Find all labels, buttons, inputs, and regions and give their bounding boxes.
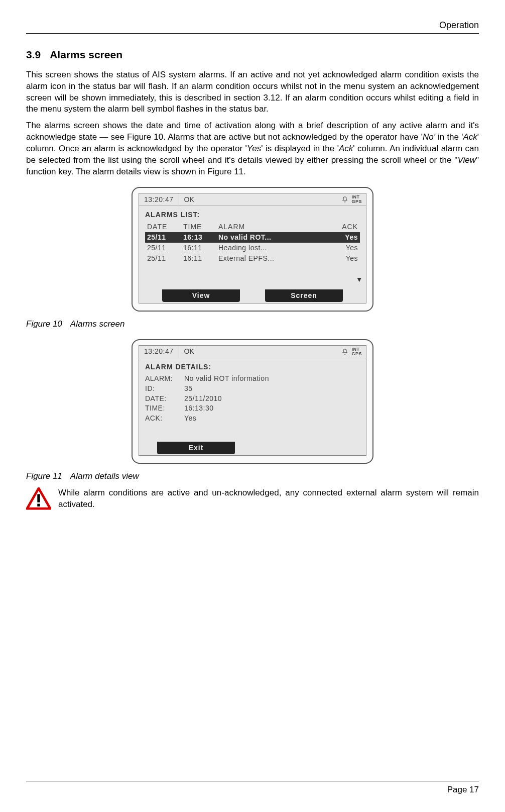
screen-body: ALARM DETAILS: ALARM: No valid ROT infor… <box>139 358 366 439</box>
label-ack: ACK: <box>145 414 184 423</box>
paragraph-1: This screen shows the status of AIS syst… <box>26 69 479 116</box>
status-right: INT GPS <box>337 195 366 204</box>
table-row[interactable]: 25/11 16:11 Heading lost... Yes <box>145 243 360 253</box>
figure-11-caption: Figure 11Alarm details view <box>26 471 479 482</box>
screen-body: ALARMS LIST: DATE TIME ALARM ACK 25/11 1… <box>139 206 366 286</box>
value-time: 16:13:30 <box>184 403 360 413</box>
table-row[interactable]: 25/11 16:13 No valid ROT... Yes <box>145 232 360 243</box>
section-heading: 3.9Alarms screen <box>26 48 479 62</box>
alarm-details-title: ALARM DETAILS: <box>145 362 360 372</box>
status-right: INT GPS <box>337 347 366 356</box>
label-time: TIME: <box>145 403 184 413</box>
int-gps-label: INT GPS <box>351 195 362 204</box>
screen-button[interactable]: Screen <box>265 289 343 302</box>
col-date: DATE <box>147 222 183 232</box>
header-rule <box>26 33 479 34</box>
softkey-bar: View Screen <box>139 289 366 303</box>
section-title: Alarms screen <box>50 49 122 60</box>
alarms-list-title: ALARMS LIST: <box>145 210 360 220</box>
exit-button[interactable]: Exit <box>157 442 235 454</box>
label-alarm: ALARM: <box>145 374 184 383</box>
footer: Page 17 <box>26 781 479 796</box>
page-number: Page 17 <box>26 784 479 796</box>
detail-grid: ALARM: No valid ROT information ID: 35 D… <box>145 374 360 423</box>
status-ok-label: OK <box>179 347 338 356</box>
status-bar: 13:20:47 OK INT GPS <box>139 346 366 358</box>
header: Operation <box>26 19 479 34</box>
warning-icon <box>26 487 51 511</box>
col-alarm: ALARM <box>218 222 337 232</box>
section-number: 3.9 <box>26 49 41 60</box>
bell-icon <box>341 348 348 355</box>
status-bar: 13:20:47 OK INT GPS <box>139 193 366 206</box>
figure-10-device: 13:20:47 OK INT GPS ALARMS LIST: <box>132 187 373 312</box>
svg-rect-0 <box>37 494 40 502</box>
status-time: 13:20:47 <box>139 346 179 358</box>
label-id: ID: <box>145 384 184 393</box>
int-gps-label: INT GPS <box>351 347 362 356</box>
footer-rule <box>26 781 479 781</box>
warning-text: While alarm conditions are active and un… <box>58 487 479 511</box>
page: Operation 3.9Alarms screen This screen s… <box>0 0 505 812</box>
svg-rect-1 <box>37 503 40 506</box>
warning: While alarm conditions are active and un… <box>26 487 479 511</box>
col-ack: ACK <box>337 222 358 232</box>
value-alarm: No valid ROT information <box>184 374 360 383</box>
running-head: Operation <box>26 19 479 31</box>
figure-11-device: 13:20:47 OK INT GPS ALARM DETAILS: <box>132 339 373 464</box>
alarm-table: DATE TIME ALARM ACK 25/11 16:13 No valid… <box>145 222 360 264</box>
value-id: 35 <box>184 384 360 393</box>
col-time: TIME <box>183 222 218 232</box>
scroll-down-icon[interactable]: ▼ <box>356 275 363 284</box>
value-ack: Yes <box>184 414 360 423</box>
view-button[interactable]: View <box>162 289 240 302</box>
table-header: DATE TIME ALARM ACK <box>145 222 360 232</box>
table-row[interactable]: 25/11 16:11 External EPFS... Yes <box>145 253 360 264</box>
status-ok-label: OK <box>179 195 338 205</box>
value-date: 25/11/2010 <box>184 394 360 403</box>
label-date: DATE: <box>145 394 184 403</box>
softkey-bar: Exit <box>139 442 366 455</box>
device-frame: 13:20:47 OK INT GPS ALARMS LIST: <box>132 187 373 312</box>
bell-icon <box>341 196 348 203</box>
device-frame: 13:20:47 OK INT GPS ALARM DETAILS: <box>132 339 373 464</box>
device-screen: 13:20:47 OK INT GPS ALARMS LIST: <box>139 193 366 303</box>
status-time: 13:20:47 <box>139 193 179 206</box>
paragraph-2: The alarms screen shows the date and tim… <box>26 120 479 178</box>
device-screen: 13:20:47 OK INT GPS ALARM DETAILS: <box>139 345 366 456</box>
figure-10-caption: Figure 10Alarms screen <box>26 319 479 330</box>
